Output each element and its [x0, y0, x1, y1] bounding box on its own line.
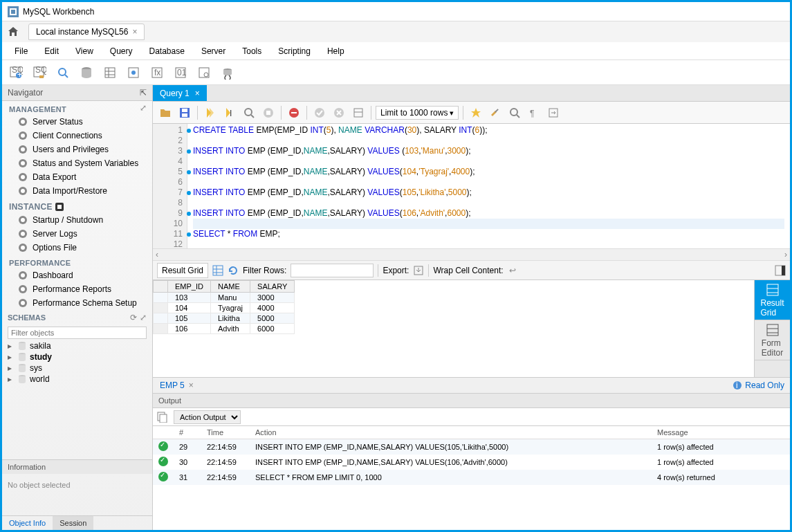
scroll-right-icon[interactable]: ›: [784, 250, 787, 259]
close-icon[interactable]: ×: [132, 27, 137, 37]
wrap-cell-icon[interactable]: <>↩: [508, 265, 519, 276]
grid-icon[interactable]: [212, 265, 223, 276]
table-row[interactable]: 106Advith6000: [154, 324, 295, 334]
menu-query[interactable]: Query: [103, 44, 140, 58]
proc-icon[interactable]: fx: [147, 63, 167, 82]
close-icon[interactable]: ×: [189, 380, 194, 390]
refresh-icon[interactable]: ⟳: [130, 313, 137, 322]
explain-icon[interactable]: [241, 104, 257, 121]
output-row[interactable]: 3122:14:59SELECT * FROM EMP LIMIT 0, 100…: [153, 470, 790, 485]
detach-icon[interactable]: ⇱: [140, 88, 147, 98]
close-icon[interactable]: ×: [195, 89, 200, 98]
db-icon[interactable]: [77, 63, 96, 82]
invisible-chars-icon[interactable]: ¶: [526, 104, 542, 121]
menu-tools[interactable]: Tools: [235, 44, 268, 58]
filter-rows-input[interactable]: [291, 264, 374, 277]
table-icon[interactable]: [100, 63, 120, 82]
wrap-icon[interactable]: [545, 104, 562, 121]
output-grid[interactable]: #TimeActionMessage2922:14:59INSERT INTO …: [153, 426, 790, 485]
menu-file[interactable]: File: [8, 44, 35, 58]
nav-item-server-logs[interactable]: Server Logs: [2, 227, 152, 241]
inspector-icon[interactable]: [53, 63, 73, 82]
side-form-editor[interactable]: FormEditor: [755, 320, 790, 360]
nav-item-performance-reports[interactable]: Performance Reports: [2, 282, 152, 296]
menu-database[interactable]: Database: [142, 44, 192, 58]
save-icon[interactable]: [176, 104, 193, 121]
func-icon[interactable]: 01: [171, 63, 190, 82]
nav-item-data-export[interactable]: Data Export: [2, 170, 152, 184]
tab-session[interactable]: Session: [53, 516, 93, 530]
refresh-results-icon[interactable]: [228, 265, 239, 276]
horizontal-scrollbar[interactable]: ‹ ›: [153, 248, 790, 261]
scroll-left-icon[interactable]: ‹: [156, 250, 158, 259]
nav-item-performance-schema-setup[interactable]: Performance Schema Setup: [2, 296, 152, 310]
table-row[interactable]: 103Manu3000: [154, 293, 295, 303]
output-type-selector[interactable]: Action Output: [174, 410, 241, 424]
expand-triangle-icon[interactable]: ▸: [8, 374, 15, 384]
execute-current-icon[interactable]: I: [221, 104, 238, 121]
svg-rect-12: [105, 68, 115, 77]
output-layout-icon[interactable]: [157, 412, 168, 423]
cleanup-icon[interactable]: [487, 104, 504, 121]
menu-edit[interactable]: Edit: [37, 44, 66, 58]
nav-item-status-and-system-variables[interactable]: Status and System Variables: [2, 156, 152, 170]
commit-icon[interactable]: [311, 104, 328, 121]
toggle-panel-icon[interactable]: [775, 265, 786, 276]
expand-triangle-icon[interactable]: ▸: [8, 341, 15, 351]
table-row[interactable]: 104Tyagraj4000: [154, 303, 295, 313]
output-row[interactable]: 3022:14:59INSERT INTO EMP (EMP_ID,NAME,S…: [153, 455, 790, 470]
limit-selector[interactable]: Limit to 1000 rows ▾: [376, 106, 459, 120]
view-icon[interactable]: [124, 63, 143, 82]
open-sql-icon[interactable]: SQL: [30, 63, 49, 82]
readonly-indicator: i Read Only: [733, 380, 784, 390]
sql-editor[interactable]: 12345678910111213 CREATE TABLE EMP(EMP_I…: [153, 124, 790, 248]
new-sql-tab-icon[interactable]: SQL+: [6, 63, 26, 82]
nav-item-users-and-privileges[interactable]: Users and Privileges: [2, 143, 152, 156]
svg-line-10: [65, 75, 68, 77]
nav-item-client-connections[interactable]: Client Connections: [2, 129, 152, 143]
search-table-icon[interactable]: [194, 63, 214, 82]
nav-item-options-file[interactable]: Options File: [2, 241, 152, 255]
menu-scripting[interactable]: Scripting: [271, 44, 317, 58]
autocommit-icon[interactable]: [350, 104, 367, 121]
find-icon[interactable]: [506, 104, 523, 121]
svg-rect-62: [266, 111, 270, 115]
reconnect-icon[interactable]: [218, 63, 237, 82]
info-icon: i: [733, 380, 742, 390]
menu-view[interactable]: View: [68, 44, 100, 58]
execute-icon[interactable]: [202, 104, 219, 121]
expand-icon[interactable]: ⤢: [140, 313, 147, 322]
svg-rect-67: [354, 109, 362, 117]
schema-study[interactable]: ▸study: [2, 351, 152, 363]
menu-server[interactable]: Server: [194, 44, 232, 58]
nav-item-startup-shutdown[interactable]: Startup / Shutdown: [2, 213, 152, 227]
side-result-grid[interactable]: ResultGrid: [755, 280, 790, 320]
result-grid[interactable]: EMP_IDNAMESALARY103Manu3000104Tyagraj400…: [153, 280, 754, 377]
open-file-icon[interactable]: [157, 104, 174, 121]
schema-sakila[interactable]: ▸sakila: [2, 340, 152, 351]
expand-icon[interactable]: ⤢: [140, 103, 152, 113]
table-row[interactable]: 105Likitha5000: [154, 313, 295, 324]
output-row[interactable]: 2922:14:59INSERT INTO EMP (EMP_ID,NAME,S…: [153, 439, 790, 455]
database-icon: [17, 341, 27, 351]
svg-point-65: [315, 108, 324, 118]
schema-world[interactable]: ▸world: [2, 374, 152, 385]
schema-sys[interactable]: ▸sys: [2, 363, 152, 374]
schema-filter-input[interactable]: [8, 327, 147, 339]
result-tab[interactable]: EMP 5 ×: [153, 378, 201, 392]
expand-triangle-icon[interactable]: ▸: [8, 363, 15, 373]
menu-help[interactable]: Help: [320, 44, 351, 58]
home-icon[interactable]: [6, 25, 20, 39]
no-limit-icon[interactable]: [286, 104, 302, 121]
expand-triangle-icon[interactable]: ▸: [8, 352, 15, 362]
nav-item-dashboard[interactable]: Dashboard: [2, 268, 152, 282]
nav-item-server-status[interactable]: Server Status: [2, 115, 152, 129]
export-icon[interactable]: [413, 265, 424, 276]
tab-object-info[interactable]: Object Info: [2, 516, 53, 530]
query-tab[interactable]: Query 1 ×: [153, 85, 207, 101]
nav-item-data-import-restore[interactable]: Data Import/Restore: [2, 184, 152, 198]
stop-icon[interactable]: [260, 104, 277, 121]
rollback-icon[interactable]: [331, 104, 347, 121]
connection-tab[interactable]: Local instance MySQL56 ×: [28, 24, 145, 40]
beautify-icon[interactable]: [468, 104, 484, 121]
